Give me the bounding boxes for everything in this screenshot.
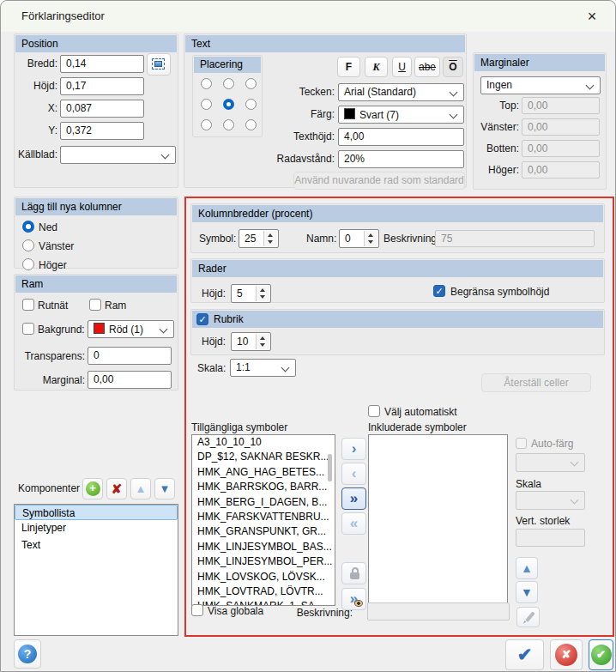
marginaler-mode-dropdown[interactable]: Ingen — [480, 76, 601, 94]
radio-ned[interactable] — [22, 221, 34, 233]
radio-hoger-label: Höger — [39, 259, 67, 271]
position-panel-header: Position — [15, 35, 177, 52]
radavstand-field[interactable]: 20% — [338, 150, 464, 168]
strikethrough-button[interactable]: abe — [414, 57, 440, 77]
kallblad-dropdown[interactable] — [60, 146, 176, 164]
transparens-field[interactable]: 0 — [88, 347, 172, 365]
farg-dropdown[interactable]: Svart (7) — [338, 106, 464, 124]
rows-header: Rader — [192, 260, 603, 277]
komponent-item-linjetyper[interactable]: Linjetyper — [15, 520, 178, 537]
auto-select-checkbox[interactable] — [368, 405, 380, 417]
list-item[interactable]: HMK_BARRSKOG, BARR... — [192, 480, 335, 494]
symbol-scale-dropdown[interactable] — [516, 491, 585, 510]
list-item[interactable]: HMK_BERG_I_DAGEN, B... — [192, 495, 335, 510]
underline-button[interactable]: U — [392, 57, 412, 77]
delete-component-button[interactable]: ✘ — [106, 478, 127, 499]
placering-radio-bottom-center[interactable] — [223, 119, 234, 130]
list-item[interactable]: HMK_LOVTRAD, LÖVTR... — [192, 584, 335, 599]
reset-cells-button[interactable]: Återställ celler — [481, 373, 591, 392]
close-icon[interactable]: × — [581, 6, 603, 27]
placering-radio-bottom-right[interactable] — [245, 119, 257, 130]
use-current-row-button[interactable]: Använd nuvarande rad som standard — [293, 172, 465, 190]
move-symbol-up-button[interactable]: ▲ — [516, 557, 538, 579]
list-item[interactable]: HMK_FARSKVATTENBRU... — [192, 510, 335, 524]
add-all-button[interactable]: » — [341, 487, 366, 510]
included-symbols-list[interactable] — [368, 434, 508, 606]
cancel-button[interactable]: ✘ — [550, 639, 583, 670]
window-title: Förklaringseditor — [21, 9, 105, 22]
bakgrund-color-dropdown[interactable]: Röd (1) — [88, 320, 174, 338]
placering-header: Placering — [194, 57, 261, 73]
limit-symbol-height-checkbox[interactable]: ✓ — [433, 285, 445, 297]
list-item[interactable]: DP_$12, SAKNAR BESKR... — [192, 450, 335, 464]
spinner-arrows-icon[interactable] — [256, 286, 269, 301]
komponent-item-symbollista[interactable]: Symbollista — [15, 505, 178, 520]
symbol-width-spinner[interactable]: 25 — [239, 229, 279, 248]
apply-button[interactable]: ✔ — [505, 639, 544, 670]
move-component-down-button[interactable]: ▼ — [154, 478, 175, 499]
list-item[interactable]: A3_10_10_10 — [192, 435, 335, 450]
radio-hoger[interactable] — [22, 258, 34, 270]
ok-button[interactable]: ✔ — [589, 639, 613, 670]
available-symbols-list[interactable]: A3_10_10_10 DP_$12, SAKNAR BESKR... HMK_… — [191, 434, 335, 606]
x-field[interactable]: 0,087 — [60, 100, 144, 118]
help-button[interactable]: ? — [14, 639, 41, 669]
komponenter-list[interactable]: Symbollista Linjetyper Text — [14, 504, 178, 636]
auto-color-checkbox[interactable] — [516, 438, 527, 449]
available-symbols-label: Tillgängliga symboler — [191, 421, 287, 433]
placering-radio-top-center[interactable] — [223, 78, 234, 89]
overline-button[interactable]: O — [443, 57, 463, 77]
eye-icon — [354, 600, 363, 607]
italic-button[interactable]: K — [365, 57, 388, 77]
list-item[interactable]: HMK_GRANSPUNKT, GR... — [192, 524, 335, 539]
column-widths-header: Kolumnbredder (procent) — [192, 205, 603, 222]
placering-radio-top-left[interactable] — [201, 78, 212, 89]
hojd-field[interactable]: 0,17 — [60, 77, 144, 95]
tecken-dropdown[interactable]: Arial (Standard) — [338, 83, 464, 101]
texthojd-field[interactable]: 4,00 — [338, 128, 464, 146]
texthojd-label: Texthöjd: — [236, 130, 335, 142]
show-global-checkbox[interactable] — [191, 604, 203, 616]
spinner-arrows-icon[interactable] — [256, 334, 269, 349]
auto-color-dropdown[interactable] — [516, 453, 585, 472]
move-symbol-down-button[interactable]: ▼ — [516, 581, 538, 603]
placering-radio-bottom-left[interactable] — [201, 119, 212, 130]
namn-width-spinner[interactable]: 0 — [339, 229, 379, 248]
edit-description-button[interactable] — [516, 607, 540, 627]
radio-vanster[interactable] — [22, 239, 34, 251]
pick-extent-button[interactable] — [147, 53, 171, 76]
marginal-field[interactable]: 0,00 — [88, 371, 172, 389]
description-field — [367, 602, 510, 621]
placering-radio-middle-left[interactable] — [201, 99, 212, 110]
rutnat-checkbox[interactable] — [22, 299, 34, 311]
spinner-arrows-icon[interactable] — [263, 231, 277, 246]
lock-button[interactable] — [341, 562, 366, 584]
remove-all-button[interactable]: « — [341, 512, 366, 535]
marginaler-header: Marginaler — [474, 54, 605, 71]
list-item[interactable]: HMK_LOVSKOG, LÖVSK... — [192, 570, 335, 584]
scrollbar-thumb[interactable] — [328, 454, 332, 481]
add-component-button[interactable]: + — [82, 478, 103, 499]
marginaler-mode-value: Ingen — [486, 79, 512, 91]
row-height-spinner[interactable]: 5 — [231, 284, 271, 303]
komponent-item-text[interactable]: Text — [15, 537, 178, 554]
spinner-arrows-icon[interactable] — [364, 231, 377, 246]
list-item[interactable]: HMK_LINJESYMBOL_PER... — [192, 554, 335, 569]
placering-radio-middle-center[interactable] — [223, 99, 234, 110]
ram-checkbox[interactable] — [89, 299, 101, 311]
skala-dropdown[interactable]: 1:1 — [230, 359, 296, 377]
bredd-field[interactable]: 0,14 — [60, 55, 144, 73]
title-bar: Förklaringseditor × — [1, 1, 615, 32]
bold-button[interactable]: F — [337, 57, 360, 77]
list-item[interactable]: HMK_LINJESYMBOL_BAS... — [192, 540, 335, 554]
y-field[interactable]: 0,372 — [60, 122, 144, 140]
remove-one-button[interactable]: ‹ — [341, 463, 366, 485]
heading-height-spinner[interactable]: 10 — [231, 332, 271, 351]
move-component-up-button[interactable]: ▲ — [130, 478, 151, 499]
rubrik-checkbox[interactable]: ✓ — [196, 313, 208, 325]
arrow-up-icon: ▲ — [521, 561, 533, 575]
bakgrund-checkbox[interactable] — [22, 323, 34, 335]
delete-x-icon: ✘ — [112, 481, 123, 496]
list-item[interactable]: HMK_ANG_HAG_BETES... — [192, 465, 335, 480]
add-one-button[interactable]: › — [341, 438, 366, 460]
